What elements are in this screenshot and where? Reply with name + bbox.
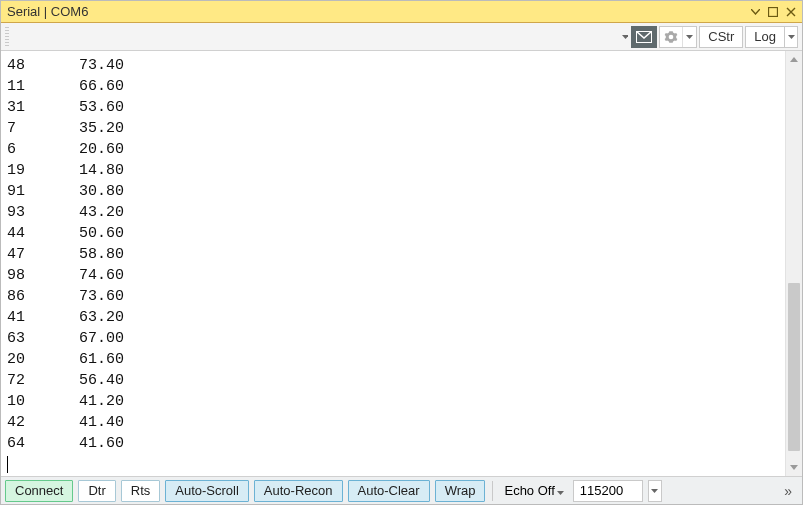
content-area: 48 73.40 11 66.60 31 53.60 7 35.20 6 20.…	[1, 51, 802, 476]
vertical-scrollbar[interactable]	[785, 51, 802, 476]
autoclear-button[interactable]: Auto-Clear	[348, 480, 430, 502]
scroll-track[interactable]	[786, 68, 802, 459]
autoscroll-button[interactable]: Auto-Scroll	[165, 480, 249, 502]
chevron-down-icon[interactable]	[557, 483, 564, 498]
gear-icon[interactable]	[660, 26, 682, 48]
window-controls	[751, 7, 796, 17]
gear-dropdown[interactable]	[659, 26, 697, 48]
echo-dropdown[interactable]: Echo Off	[500, 480, 567, 502]
terminal-cursor	[7, 456, 8, 473]
toolbar-top: CStr Log	[1, 23, 802, 51]
scroll-down-icon[interactable]	[786, 459, 802, 476]
chevron-down-icon[interactable]	[784, 26, 798, 48]
blank-dropdown[interactable]	[621, 26, 629, 48]
separator	[492, 481, 493, 501]
terminal-output[interactable]: 48 73.40 11 66.60 31 53.60 7 35.20 6 20.…	[1, 51, 785, 476]
connect-button[interactable]: Connect	[5, 480, 73, 502]
autorecon-button[interactable]: Auto-Recon	[254, 480, 343, 502]
scroll-up-icon[interactable]	[786, 51, 802, 68]
wrap-button[interactable]: Wrap	[435, 480, 486, 502]
serial-monitor-window: Serial | COM6 CStr Log 48 73.40 11 66.60…	[0, 0, 803, 505]
baud-input[interactable]	[573, 480, 643, 502]
window-title: Serial | COM6	[7, 4, 751, 19]
svg-rect-0	[769, 7, 778, 16]
overflow-icon[interactable]: »	[778, 483, 798, 499]
maximize-icon[interactable]	[768, 7, 778, 17]
title-bar: Serial | COM6	[1, 1, 802, 23]
log-button[interactable]: Log	[745, 26, 784, 48]
log-button-group: Log	[745, 26, 798, 48]
chevron-down-icon[interactable]	[751, 9, 760, 15]
scroll-thumb[interactable]	[788, 283, 800, 451]
close-icon[interactable]	[786, 7, 796, 17]
cstr-button[interactable]: CStr	[699, 26, 743, 48]
baud-dropdown[interactable]	[648, 480, 662, 502]
echo-label: Echo Off	[504, 483, 554, 498]
toolbar-bottom: Connect Dtr Rts Auto-Scroll Auto-Recon A…	[1, 476, 802, 504]
dtr-button[interactable]: Dtr	[78, 480, 115, 502]
send-icon[interactable]	[631, 26, 657, 48]
rts-button[interactable]: Rts	[121, 480, 161, 502]
chevron-down-icon[interactable]	[682, 27, 696, 47]
